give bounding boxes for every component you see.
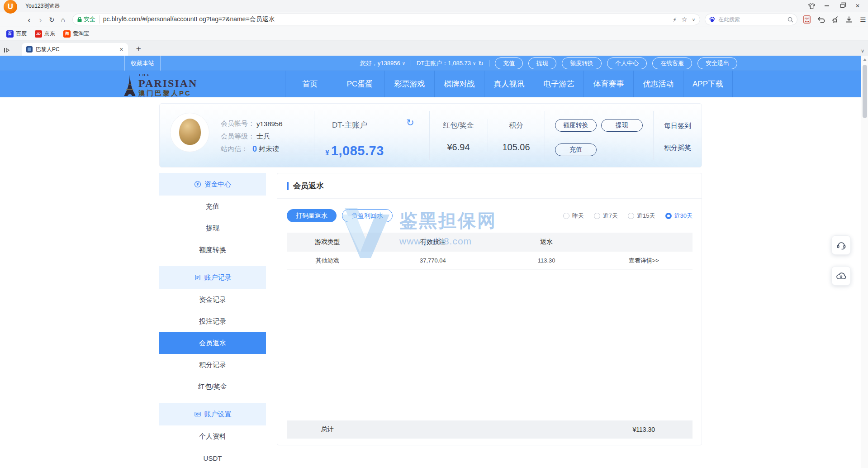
points-lottery-link[interactable]: 积分摇奖 <box>664 143 691 152</box>
skin-theme-icon[interactable] <box>806 1 817 10</box>
search-input[interactable] <box>718 16 785 23</box>
card-deposit-button[interactable]: 充值 <box>555 143 597 156</box>
back-icon[interactable]: ‹ <box>24 15 35 24</box>
quick-access-icon[interactable]: ⚡ <box>673 16 677 23</box>
wallet-label: DT-主账户 <box>332 120 367 130</box>
nav-item-home[interactable]: 首页 <box>285 71 335 97</box>
view-details-link[interactable]: 查看详情>> <box>595 257 693 265</box>
user-greeting-dropdown[interactable]: 您好，y138956∨ <box>360 59 405 67</box>
sidebar-item-bonus[interactable]: 红包/奖金 <box>159 376 266 397</box>
download-icon[interactable] <box>844 14 854 24</box>
tab-parisian[interactable]: 巴黎人PC ✕ <box>22 43 128 56</box>
baidu-favicon: 百 <box>6 30 14 38</box>
minimize-button[interactable] <box>821 1 833 10</box>
window-title: You123浏览器 <box>25 2 60 10</box>
eiffel-tower-icon <box>123 75 137 96</box>
radio-icon <box>594 213 600 219</box>
settings-icon <box>194 411 201 418</box>
card-transfer-button[interactable]: 额度转换 <box>555 119 597 132</box>
sidebar-item-fund-records[interactable]: 资金记录 <box>159 289 266 310</box>
sidebar-header-settings: 账户设置 <box>159 403 266 425</box>
cell-rebate: 113.30 <box>498 257 595 264</box>
site-logo[interactable]: THE PARISIAN 澳门巴黎人PC <box>123 73 197 96</box>
topbar-customer-service-button[interactable]: 在线客服 <box>652 57 692 69</box>
cloud-download-float-button[interactable] <box>831 266 851 286</box>
page-scrollbar[interactable] <box>861 56 868 468</box>
nav-item-app-download[interactable]: APP下载 <box>683 71 733 97</box>
sidebar-item-bet-records[interactable]: 投注记录 <box>159 310 266 332</box>
search-icon[interactable] <box>787 17 793 23</box>
topbar-transfer-button[interactable]: 额度转换 <box>562 57 602 69</box>
tab-loss-rebate[interactable]: 负盈利回水 <box>342 209 393 222</box>
address-bar[interactable]: 安全 pc.blryl6.com/#/personal/accountLog?t… <box>72 14 700 25</box>
title-accent-bar <box>287 182 289 190</box>
cleaner-broom-icon[interactable] <box>830 14 840 24</box>
url-text: pc.blryl6.com/#/personal/accountLog?tag=… <box>100 15 275 24</box>
url-dropdown-icon[interactable]: ∨ <box>692 17 695 22</box>
bookmark-taobao[interactable]: 淘 爱淘宝 <box>63 30 89 38</box>
sidebar-collapse-icon[interactable] <box>0 45 14 56</box>
filter-7days[interactable]: 近7天 <box>594 212 618 220</box>
scroll-up-arrow-icon[interactable] <box>863 58 867 61</box>
daily-signin-link[interactable]: 每日签到 <box>664 122 691 130</box>
home-icon[interactable]: ⌂ <box>57 16 69 23</box>
nav-item-egames[interactable]: 电子游艺 <box>534 71 583 97</box>
forward-icon[interactable]: › <box>35 15 46 24</box>
sidebar-item-usdt[interactable]: USDT <box>159 447 266 468</box>
customer-service-float-button[interactable] <box>831 235 851 255</box>
sidebar-item-deposit[interactable]: 充值 <box>159 196 266 217</box>
refresh-wallet-icon[interactable]: ↻ <box>406 117 414 128</box>
scrollbar-thumb[interactable] <box>863 65 867 118</box>
topbar-logout-button[interactable]: 安全退出 <box>697 57 737 69</box>
filter-30days[interactable]: 近30天 <box>665 212 693 220</box>
favorite-site-link[interactable]: 收藏本站 <box>124 56 161 71</box>
nav-item-chess[interactable]: 棋牌对战 <box>434 71 484 97</box>
sidebar-item-points-records[interactable]: 积分记录 <box>159 354 266 376</box>
bookmarks-bar: 百 百度 JD 京东 淘 爱淘宝 <box>0 27 868 41</box>
menu-icon[interactable]: ☰ <box>858 14 868 24</box>
bookmark-jd[interactable]: JD 京东 <box>35 30 55 38</box>
jd-favicon: JD <box>35 30 42 38</box>
sidebar-item-profile[interactable]: 个人资料 <box>159 425 266 447</box>
tab-code-rebate[interactable]: 打码量返水 <box>287 209 337 222</box>
topbar-deposit-button[interactable]: 充值 <box>495 57 523 69</box>
topbar-withdraw-button[interactable]: 提现 <box>528 57 556 69</box>
nav-item-live[interactable]: 真人视讯 <box>484 71 534 97</box>
card-withdraw-button[interactable]: 提现 <box>601 119 643 132</box>
logo-subtitle: 澳门巴黎人PC <box>138 90 197 96</box>
browser-logo-icon: U <box>4 0 17 14</box>
refresh-balance-icon[interactable]: ↻ <box>478 60 484 67</box>
panel-toolbar: 打码量返水 负盈利回水 昨天 近7天 近15天 近30天 <box>277 199 702 233</box>
rebate-table: 游戏类型 有效投注 返水 其他游戏 37,770.04 113.30 查看详情>… <box>287 233 693 270</box>
pdf-tool-icon[interactable]: PDF <box>802 14 812 24</box>
tab-close-icon[interactable]: ✕ <box>119 47 123 53</box>
restore-button[interactable] <box>836 1 848 10</box>
close-button[interactable]: ✕ <box>852 1 863 10</box>
wallet-dropdown[interactable]: DT主账户：1,085.73∨ ↻ <box>417 59 484 67</box>
radio-selected-icon <box>665 213 672 219</box>
nav-item-sports[interactable]: 体育赛事 <box>583 71 633 97</box>
sidebar-item-withdraw[interactable]: 提现 <box>159 217 266 239</box>
logo-the: THE <box>138 73 197 77</box>
table-row: 其他游戏 37,770.04 113.30 查看详情>> <box>287 252 693 270</box>
nav-item-promos[interactable]: 优惠活动 <box>633 71 683 97</box>
sidebar-item-transfer[interactable]: 额度转换 <box>159 239 266 261</box>
search-box[interactable] <box>705 14 797 25</box>
filter-yesterday[interactable]: 昨天 <box>563 212 584 220</box>
cell-valid-bet: 37,770.04 <box>368 257 498 264</box>
filter-15days[interactable]: 近15天 <box>628 212 655 220</box>
profile-card: 会员帐号：y138956 会员等级：士兵 站内信： 0 封未读 DT-主账户 ↻… <box>159 103 702 167</box>
mail-row[interactable]: 站内信： 0 封未读 <box>221 143 279 154</box>
nav-item-lottery[interactable]: 彩票游戏 <box>384 71 434 97</box>
nav-item-pcdandan[interactable]: PC蛋蛋 <box>335 71 384 97</box>
sidebar-header-funds: 资金中心 <box>159 173 266 196</box>
tab-list-caret-icon[interactable]: ∨ <box>861 48 864 54</box>
new-tab-button[interactable]: ＋ <box>134 43 142 54</box>
bookmark-baidu[interactable]: 百 百度 <box>6 30 27 38</box>
undo-icon[interactable] <box>816 14 826 24</box>
records-icon <box>194 274 201 281</box>
refresh-icon[interactable]: ↻ <box>46 16 57 23</box>
topbar-personal-center-button[interactable]: 个人中心 <box>607 57 647 69</box>
sidebar-item-member-rebate[interactable]: 会员返水 <box>159 332 266 354</box>
bookmark-star-icon[interactable]: ☆ <box>681 15 687 24</box>
